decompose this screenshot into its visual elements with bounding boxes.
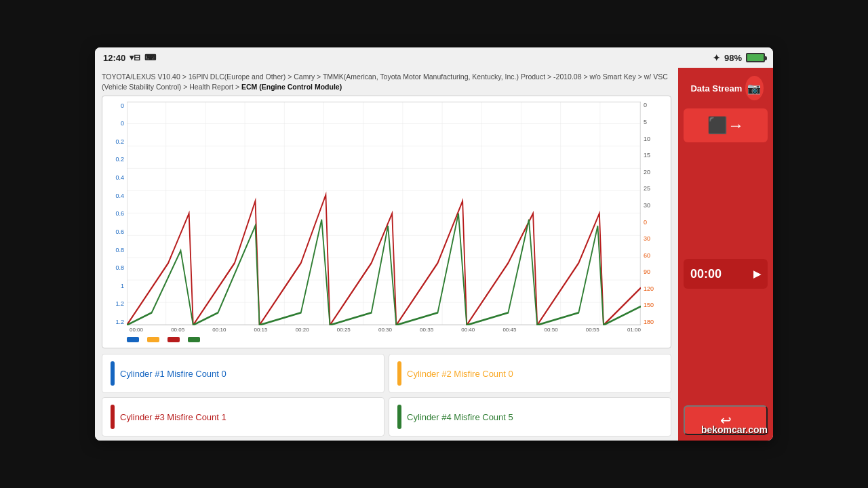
bluetooth-icon: ✦ — [713, 53, 720, 63]
cyl3-color-bar — [111, 405, 115, 429]
cyl3-label: Cylinder #3 Misfire Count 1 — [120, 412, 226, 422]
breadcrumb: TOYOTA/LEXUS V10.40 > 16PIN DLC(Europe a… — [102, 72, 671, 92]
battery-icon — [746, 53, 765, 62]
chart-svg — [127, 102, 641, 325]
svg-rect-0 — [127, 102, 641, 325]
legend-cyl3 — [167, 337, 180, 342]
status-bar: 12:40 ▾⊟ ⌨ ✦ 98% — [95, 47, 773, 68]
breadcrumb-path: TOYOTA/LEXUS V10.40 > 16PIN DLC(Europe a… — [102, 73, 668, 91]
export-button[interactable]: ⬛→ — [684, 108, 768, 142]
timer-value: 00:00 — [690, 267, 722, 281]
legend-cyl1 — [127, 337, 139, 342]
chart-legend — [108, 337, 665, 342]
chart-svg-wrapper — [127, 102, 641, 325]
export-icon: ⬛→ — [707, 116, 744, 135]
cyl1-color-bar — [111, 361, 115, 386]
cyl4-label: Cylinder #4 Misfire Count 5 — [407, 412, 513, 422]
legend-cyl4 — [188, 337, 200, 342]
cyl2-color-bar — [397, 361, 401, 386]
chart-container: 1.2 1.2 1 0.8 0.8 0.6 0.6 0.4 0.4 0.2 0.… — [102, 96, 671, 348]
x-axis-labels: 00:00 00:05 00:10 00:15 00:20 00:25 00:3… — [108, 327, 665, 333]
cyl1-label: Cylinder #1 Misfire Count 0 — [120, 369, 226, 379]
watermark: bekomcar.com — [701, 424, 768, 435]
data-cards: Cylinder #1 Misfire Count 0 Cylinder #2 … — [102, 354, 671, 436]
status-left: 12:40 ▾⊟ ⌨ — [103, 53, 156, 63]
device-frame: 12:40 ▾⊟ ⌨ ✦ 98% TOYOTA/LEXUS V10.40 > 1… — [95, 47, 773, 441]
data-card-cyl3[interactable]: Cylinder #3 Misfire Count 1 — [102, 397, 384, 436]
y-axis-right: 180 150 120 90 60 30 0 30 25 20 15 10 5 … — [641, 102, 665, 325]
data-card-cyl1[interactable]: Cylinder #1 Misfire Count 0 — [102, 354, 384, 393]
sidebar-title: Data Stream — [688, 81, 745, 96]
data-card-cyl4[interactable]: Cylinder #4 Misfire Count 5 — [389, 397, 671, 436]
content-area: TOYOTA/LEXUS V10.40 > 16PIN DLC(Europe a… — [95, 68, 678, 441]
keyboard-icon: ⌨ — [144, 53, 156, 62]
status-right: ✦ 98% — [713, 53, 765, 63]
camera-button[interactable]: 📷 — [745, 76, 764, 100]
chart-area: 1.2 1.2 1 0.8 0.8 0.6 0.6 0.4 0.4 0.2 0.… — [108, 102, 665, 325]
timer-display: 00:00 ▶ — [684, 259, 768, 289]
cyl4-color-bar — [397, 405, 401, 429]
y-axis-left: 1.2 1.2 1 0.8 0.8 0.6 0.6 0.4 0.4 0.2 0.… — [108, 102, 127, 325]
main-area: TOYOTA/LEXUS V10.40 > 16PIN DLC(Europe a… — [95, 68, 773, 441]
cyl2-label: Cylinder #2 Misfire Count 0 — [407, 369, 513, 379]
play-icon[interactable]: ▶ — [753, 268, 761, 279]
battery-pct: 98% — [724, 53, 742, 63]
legend-cyl2 — [147, 337, 159, 342]
wifi-icon: ▾⊟ — [130, 53, 140, 62]
time-display: 12:40 — [103, 53, 125, 63]
breadcrumb-current: ECM (Engine Control Module) — [241, 83, 342, 91]
sidebar: Data Stream 📷 ⬛→ 00:00 ▶ ↩ — [678, 68, 773, 441]
data-card-cyl2[interactable]: Cylinder #2 Misfire Count 0 — [389, 354, 671, 393]
